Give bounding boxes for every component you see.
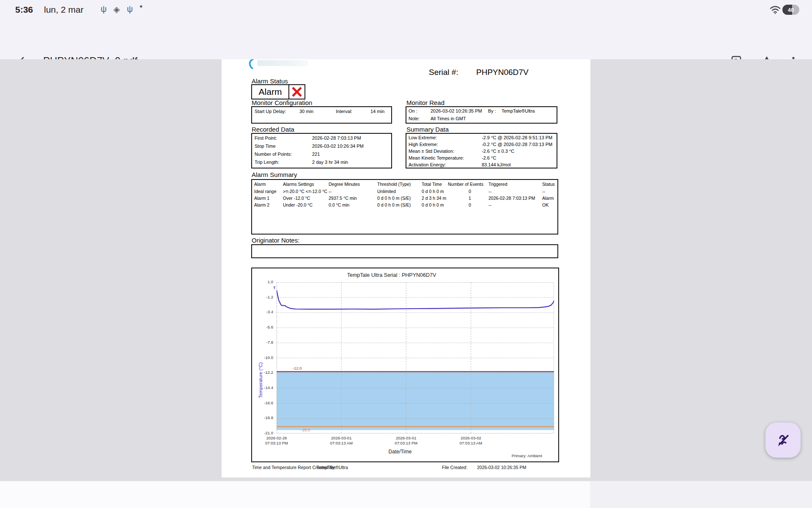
table-cell: Over -12.0 °C <box>283 196 310 201</box>
table-cell: 0 <box>448 189 492 194</box>
recorded-data-box: First Point: 2026-02-28 7:03:13 PM Stop … <box>251 133 392 168</box>
field-label: Trip Length: <box>255 160 279 165</box>
x-tick-label: 2026-02-2807:03:13 PM <box>253 436 300 446</box>
column-header: Alarms Settings <box>283 182 314 187</box>
field-value: 83.144 kJ/mol <box>482 162 510 167</box>
pdf-viewport[interactable]: Serial #: PHPYN06D7V Alarm Status Alarm … <box>0 59 812 481</box>
monitor-read-box: On : 2026-03-02 10:26:35 PM By : TempTal… <box>406 106 557 124</box>
column-header: Number of Events <box>448 182 483 187</box>
notification-dot-icon: • <box>140 2 143 11</box>
pdf-toolbar: PHPYN06D7V_0.pdf <box>0 22 812 59</box>
report-created-by-value: TempTale®Ultra <box>316 465 348 470</box>
table-cell: Alarm 1 <box>254 196 269 201</box>
chart-plot <box>277 282 554 433</box>
table-cell: Ideal range <box>254 189 277 194</box>
table-cell: 2937.5 °C min <box>329 196 357 201</box>
clock: 5:36 <box>15 5 33 15</box>
column-header: Degree Minutes <box>329 182 360 187</box>
field-value: -2.6 °C <box>482 155 496 160</box>
chart-legend: Primary: Ambient <box>475 453 542 458</box>
field-value: 30 min <box>299 109 313 114</box>
alarm-summary-title: Alarm Summary <box>252 171 297 178</box>
originator-notes-box <box>251 244 558 258</box>
table-cell: 0 <box>448 202 492 207</box>
column-header: Total Time <box>422 182 442 187</box>
y-tick-label: 1.0 <box>256 279 273 284</box>
x-tick-label: 2026-03-0207:03:13 AM <box>447 436 494 446</box>
field-label: Low Extreme: <box>409 135 437 140</box>
upper-threshold-label: -12.0 <box>293 366 302 370</box>
field-label: Interval: <box>336 109 352 114</box>
field-value: 2 day 3 hr 34 min <box>312 160 348 165</box>
column-header: Status <box>542 182 555 187</box>
field-label: By : <box>488 108 496 113</box>
annotate-pen-icon <box>775 432 792 449</box>
field-value: -2.9 °C @ 2026-02-28 9:51:13 PM <box>482 135 552 140</box>
field-label: High Extreme: <box>409 142 438 147</box>
usb-icon: ψ <box>101 4 107 14</box>
field-value: TempTale®Ultra <box>502 108 535 113</box>
recorded-data-title: Recorded Data <box>252 126 294 133</box>
field-value: -2.6 °C ± 0.3 °C <box>482 149 514 154</box>
table-cell: Unlimited <box>377 189 396 194</box>
field-value: All Times in GMT <box>431 116 466 121</box>
originator-notes-title: Originator Notes: <box>252 237 299 244</box>
screen: 5:36 lun, 2 mar ψ ◈ ψ • 40 PHPYN06D7V_0.… <box>0 0 812 508</box>
table-cell: 0 d 0 h 0 m (S/E) <box>377 202 411 207</box>
temperature-chart: TempTale Ultra Serial : PHPYN06D7V Tempe… <box>251 268 559 462</box>
alarm-summary-box: Alarm Alarms Settings Degree Minutes Thr… <box>251 179 558 235</box>
usb2-icon: ψ <box>127 4 133 14</box>
field-label: On : <box>409 108 417 113</box>
column-header: Triggered <box>488 182 508 187</box>
table-cell: -- <box>329 189 332 194</box>
monitor-read-title: Monitor Read <box>406 99 444 106</box>
field-label: First Point: <box>255 135 277 141</box>
serial-label: Serial #: <box>429 68 458 77</box>
top-bars: 5:36 lun, 2 mar ψ ◈ ψ • 40 PHPYN06D7V_0.… <box>0 0 812 59</box>
table-cell: 0 d 0 h 0 m <box>422 202 444 207</box>
field-label: Activation Energy: <box>409 162 446 167</box>
table-cell: OK <box>542 202 549 207</box>
table-cell: Alarm <box>542 196 554 201</box>
field-value: 14 min <box>370 109 384 114</box>
status-bar: 5:36 lun, 2 mar ψ ◈ ψ • 40 <box>0 0 812 22</box>
alarm-x-icon <box>288 85 304 99</box>
y-tick-label: -14.4 <box>256 385 273 390</box>
monitor-configuration-title: Monitor Configuration <box>252 99 312 106</box>
field-value: 221 <box>312 152 320 157</box>
serial-number: PHPYN06D7V <box>476 68 529 77</box>
file-created-value: 2026-03-02 10:26:35 PM <box>477 465 526 470</box>
y-tick-label: -5.6 <box>256 325 273 329</box>
field-label: Note: <box>409 116 420 121</box>
table-cell: 2026-02-28 7:03:13 PM <box>488 196 535 201</box>
alarm-status-box: Alarm <box>251 84 305 99</box>
table-cell: -- <box>488 189 491 194</box>
alarm-status-title: Alarm Status <box>252 77 288 85</box>
field-label: Number of Points: <box>255 152 292 157</box>
alarm-status-value: Alarm <box>252 85 288 99</box>
hub-icon: ◈ <box>113 4 120 14</box>
x-tick-label: 2026-03-0107:03:13 AM <box>318 436 365 446</box>
vendor-logo-text-faded <box>257 60 308 66</box>
field-value: -0.2 °C @ 2026-02-28 7:03:13 PM <box>482 142 552 147</box>
summary-data-title: Summary Data <box>406 126 449 133</box>
pdf-page: Serial #: PHPYN06D7V Alarm Status Alarm … <box>222 59 590 478</box>
x-tick-label: 2026-03-0107:03:13 PM <box>383 436 429 446</box>
file-created-label: File Created: <box>442 465 467 470</box>
chart-title: TempTale Ultra Serial : PHPYN06D7V <box>252 272 531 278</box>
field-label: Start Up Delay: <box>255 109 286 114</box>
table-cell: -- <box>488 202 491 207</box>
column-header: Threshold (Type) <box>377 182 411 187</box>
y-tick-label: -21.0 <box>256 431 273 435</box>
field-value: 2026-03-02 10:26:35 PM <box>431 108 482 113</box>
wifi-icon <box>770 5 781 16</box>
y-tick-label: -12.2 <box>256 370 273 375</box>
field-value: 2026-03-02 10:26:34 PM <box>312 144 364 149</box>
battery-percent: 40 <box>782 5 799 15</box>
series-start-marker: T <box>273 286 276 290</box>
annotate-fab[interactable] <box>765 422 801 458</box>
table-cell: 1 <box>448 196 492 201</box>
battery-indicator: 40 <box>782 5 799 15</box>
y-tick-label: -16.6 <box>256 400 273 405</box>
table-cell: >=-20.0 °C <=-12.0 °C <box>283 189 327 194</box>
